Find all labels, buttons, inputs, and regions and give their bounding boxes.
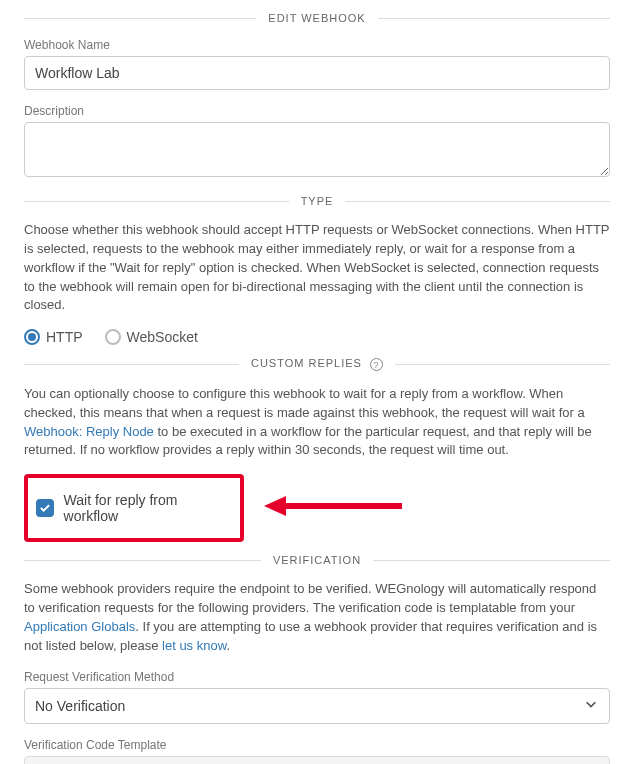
radio-http[interactable]: HTTP — [24, 329, 83, 345]
verification-template-label: Verification Code Template — [24, 738, 610, 752]
section-divider-type: TYPE — [24, 195, 610, 207]
radio-icon — [24, 329, 40, 345]
section-title-edit: EDIT WEBHOOK — [256, 12, 377, 24]
radio-icon — [105, 329, 121, 345]
annotation-highlight: Wait for reply from workflow — [24, 474, 244, 542]
section-divider-custom-replies: CUSTOM REPLIES ? — [24, 357, 610, 371]
radio-websocket-label: WebSocket — [127, 329, 198, 345]
annotation-arrow — [264, 494, 404, 522]
section-divider-verification: VERIFICATION — [24, 554, 610, 566]
webhook-name-label: Webhook Name — [24, 38, 610, 52]
wait-for-reply-checkbox[interactable] — [36, 499, 54, 517]
let-us-know-link[interactable]: let us know — [162, 638, 226, 653]
verification-description: Some webhook providers require the endpo… — [24, 580, 610, 655]
webhook-reply-node-link[interactable]: Webhook: Reply Node — [24, 424, 154, 439]
verification-method-select[interactable]: No Verification — [24, 688, 610, 724]
radio-websocket[interactable]: WebSocket — [105, 329, 198, 345]
verification-method-label: Request Verification Method — [24, 670, 610, 684]
type-description: Choose whether this webhook should accep… — [24, 221, 610, 315]
description-label: Description — [24, 104, 610, 118]
webhook-name-input[interactable] — [24, 56, 610, 90]
application-globals-link[interactable]: Application Globals — [24, 619, 135, 634]
wait-for-reply-label: Wait for reply from workflow — [64, 492, 232, 524]
section-title-custom-replies: CUSTOM REPLIES ? — [239, 357, 395, 371]
section-title-verification: VERIFICATION — [261, 554, 373, 566]
radio-http-label: HTTP — [46, 329, 83, 345]
svg-marker-1 — [264, 496, 286, 516]
section-divider-edit: EDIT WEBHOOK — [24, 12, 610, 24]
description-textarea[interactable] — [24, 122, 610, 177]
check-icon — [39, 502, 51, 514]
verification-template-input — [24, 756, 610, 764]
help-icon[interactable]: ? — [370, 358, 383, 371]
custom-replies-description: You can optionally choose to configure t… — [24, 385, 610, 460]
section-title-type: TYPE — [289, 195, 346, 207]
